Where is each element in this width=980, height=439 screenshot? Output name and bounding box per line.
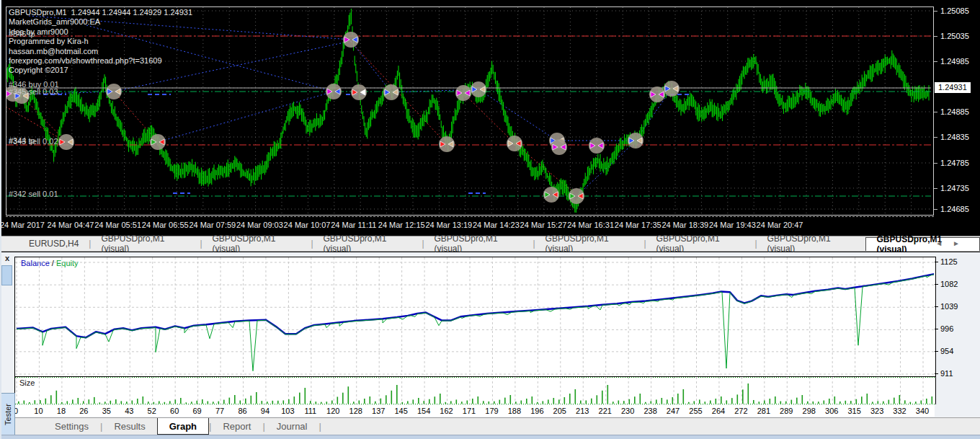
balance-equity-chart bbox=[15, 257, 934, 375]
window-left-edge bbox=[0, 0, 1, 439]
chart-tab-4[interactable]: GBPUSDpro,M1 (visual) bbox=[424, 236, 533, 251]
price-tick-label: 1.24685 bbox=[940, 205, 969, 213]
trade-number-label: 340 bbox=[916, 407, 929, 415]
trade-number-label: 247 bbox=[667, 407, 680, 415]
trade-marker[interactable] bbox=[664, 81, 680, 97]
time-axis-label: 24 Mar 2017 bbox=[0, 221, 45, 229]
trade-number-label: 289 bbox=[780, 407, 793, 415]
trade-number-label: 188 bbox=[508, 407, 521, 415]
value-tick-mark bbox=[935, 262, 938, 262]
size-histogram-frame[interactable]: Size bbox=[14, 377, 936, 404]
time-axis-label: 24 Mar 17:35 bbox=[615, 221, 662, 229]
chart-comment-line: GBPUSDpro,M1 1.24944 1.24944 1.24929 1.2… bbox=[9, 8, 192, 17]
tester-vertical-tab[interactable]: Tester bbox=[0, 393, 15, 436]
price-tick-mark bbox=[934, 188, 937, 189]
trade-marker[interactable] bbox=[455, 85, 471, 101]
trade-marker[interactable] bbox=[551, 139, 567, 155]
chart-tab-7[interactable]: GBPUSDpro,M1 (visual) bbox=[757, 236, 866, 251]
value-tick-mark bbox=[935, 373, 938, 374]
chart-comment-line: Copyright ©2017 bbox=[9, 66, 192, 75]
trade-number-label: 255 bbox=[689, 407, 702, 415]
trade-marker[interactable] bbox=[649, 87, 665, 102]
tester-tab-journal[interactable]: Journal bbox=[265, 418, 319, 435]
value-tick-label: 1125 bbox=[940, 257, 958, 266]
balance-graph-frame[interactable]: Balance / Equity bbox=[14, 257, 936, 377]
time-axis-rule bbox=[6, 216, 934, 217]
trade-number-label: 315 bbox=[847, 407, 860, 415]
chart-comment-line: Idea by amr9000 bbox=[9, 27, 192, 37]
price-tick-label: 1.24835 bbox=[940, 133, 969, 141]
trade-number-label: 272 bbox=[734, 407, 747, 415]
price-tick-mark bbox=[934, 61, 937, 62]
price-tick-label: 1.24985 bbox=[940, 57, 969, 66]
trade-number-label: 60 bbox=[170, 407, 179, 415]
price-chart-panel[interactable]: GBPUSDpro,M1 1.24944 1.24944 1.24929 1.2… bbox=[0, 0, 980, 236]
chart-tab-bar: EURUSD,H4|GBPUSDpro,M1 (visual)|GBPUSDpr… bbox=[0, 236, 980, 252]
chart-tab-3[interactable]: GBPUSDpro,M1 (visual) bbox=[313, 236, 422, 251]
mt4-strategy-tester-window: GBPUSDpro,M1 1.24944 1.24944 1.24929 1.2… bbox=[0, 0, 980, 439]
trade-number-label: 69 bbox=[192, 407, 201, 415]
time-axis-label: 24 Mar 04:47 bbox=[48, 221, 94, 229]
value-tick-mark bbox=[935, 329, 938, 329]
trade-marker[interactable] bbox=[326, 84, 342, 99]
time-axis-label: 24 Mar 15:27 bbox=[520, 221, 567, 229]
chart-tab-1[interactable]: GBPUSDpro,M1 (visual) bbox=[91, 236, 200, 251]
tester-vertical-tab-label: Tester bbox=[4, 404, 12, 425]
trade-marker[interactable] bbox=[569, 188, 584, 204]
price-tick-mark bbox=[934, 112, 937, 112]
value-tick-label: 996 bbox=[940, 324, 953, 333]
tester-tab-bar: Settings|ResultsGraph|Report|Journal| bbox=[14, 417, 980, 435]
tab-scroll-left-icon[interactable]: ◄ bbox=[935, 239, 953, 247]
current-price-badge: 1.24931 bbox=[935, 82, 971, 93]
chart-tab-5[interactable]: GBPUSDpro,M1 (visual) bbox=[535, 236, 644, 251]
time-axis-label: 24 Mar 12:15 bbox=[378, 221, 425, 229]
trade-marker[interactable] bbox=[589, 138, 605, 154]
value-tick-mark bbox=[935, 306, 938, 307]
tester-tab-results[interactable]: Results bbox=[102, 418, 156, 435]
trade-marker[interactable] bbox=[471, 81, 486, 97]
tester-tab-report[interactable]: Report bbox=[211, 418, 262, 435]
trade-marker[interactable] bbox=[507, 136, 522, 151]
trade-marker[interactable] bbox=[106, 84, 122, 99]
trade-marker[interactable] bbox=[543, 187, 559, 203]
tab-scroll-arrows[interactable]: ◄► bbox=[935, 239, 970, 247]
trade-number-label: 120 bbox=[326, 407, 339, 415]
price-tick-label: 1.24735 bbox=[940, 184, 969, 192]
price-tick-mark bbox=[934, 163, 937, 164]
price-tick-label: 1.25085 bbox=[940, 6, 969, 15]
trade-marker[interactable] bbox=[150, 134, 166, 150]
time-axis-label: 24 Mar 16:31 bbox=[567, 221, 614, 229]
trade-number-label: 221 bbox=[599, 407, 612, 415]
price-tick-mark bbox=[934, 11, 937, 12]
time-axis-label: 24 Mar 06:55 bbox=[142, 221, 189, 229]
chart-comment-line: Programmed by Kira-h bbox=[9, 37, 192, 46]
value-tick-label: 911 bbox=[940, 369, 953, 378]
trade-marker[interactable] bbox=[351, 84, 367, 100]
value-tick-label: 1082 bbox=[940, 280, 958, 288]
chart-tab-2[interactable]: GBPUSDpro,M1 (visual) bbox=[202, 236, 311, 251]
trade-number-label: 18 bbox=[57, 407, 66, 415]
trade-number-label: 230 bbox=[621, 407, 634, 415]
trade-number-label: 10 bbox=[34, 407, 43, 415]
trade-number-label: 298 bbox=[803, 407, 816, 415]
tab-scroll-right-icon[interactable]: ► bbox=[953, 239, 970, 247]
chart-tab-0[interactable]: EURUSD,H4 bbox=[19, 236, 89, 251]
trade-marker[interactable] bbox=[383, 84, 399, 100]
trade-marker[interactable] bbox=[58, 134, 74, 150]
trade-marker[interactable] bbox=[439, 136, 455, 152]
size-histogram-chart bbox=[15, 377, 934, 404]
tester-tab-settings[interactable]: Settings bbox=[43, 418, 100, 435]
trade-number-label: 154 bbox=[417, 407, 430, 415]
chart-tab-6[interactable]: GBPUSDpro,M1 (visual) bbox=[646, 236, 755, 251]
trade-marker[interactable] bbox=[628, 133, 643, 148]
order-line-label: #345 sell 0.03 bbox=[9, 87, 58, 96]
trade-number-label: 264 bbox=[712, 407, 725, 415]
price-tick-label: 1.25035 bbox=[940, 32, 969, 40]
tester-tab-graph[interactable]: Graph bbox=[157, 418, 209, 435]
time-axis-label: 24 Mar 09:03 bbox=[236, 221, 283, 229]
value-tick-label: 1039 bbox=[940, 302, 958, 311]
trade-marker[interactable] bbox=[343, 32, 359, 48]
status-strip bbox=[0, 435, 980, 439]
close-tester-button[interactable]: x bbox=[2, 254, 12, 264]
price-tick-mark bbox=[934, 36, 937, 37]
